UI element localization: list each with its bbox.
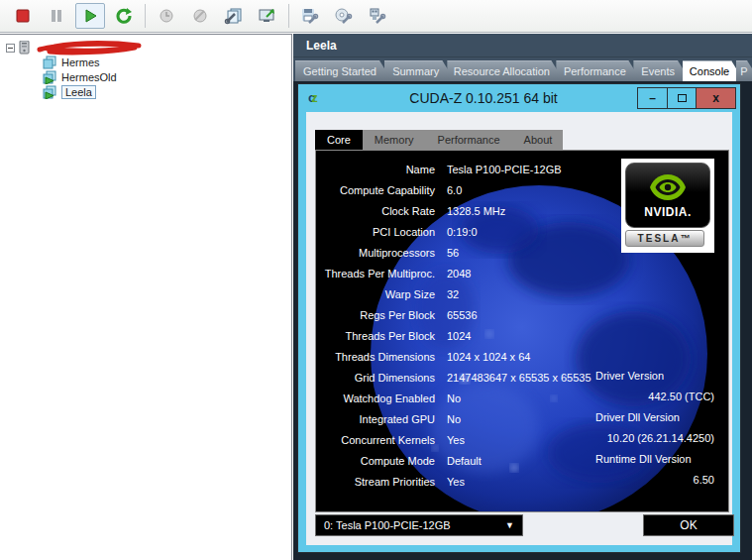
cudaz-tab-performance[interactable]: Performance (426, 130, 512, 150)
field-row: Warp Size32 (316, 283, 729, 304)
reset-button[interactable] (109, 3, 139, 29)
runtime-dll-version-value: 6.50 (694, 474, 714, 486)
field-label: PCI Location (316, 226, 435, 238)
device-select-value: 0: Tesla P100-PCIE-12GB (324, 519, 451, 531)
field-label: Watchdog Enabled (316, 392, 435, 404)
field-value: 1328.5 MHz (447, 205, 505, 217)
vm-label: Hermes (61, 56, 100, 68)
toolbar-separator (288, 4, 289, 28)
field-row: Regs Per Block65536 (316, 304, 729, 325)
collapse-icon[interactable] (6, 44, 15, 53)
snapshot-take-icon (158, 7, 175, 25)
field-row: Threads Per Block1024 (316, 325, 729, 346)
field-row: Threads Per Multiproc.2048 (316, 263, 729, 283)
cd-devices-button[interactable] (329, 3, 359, 29)
cudaz-client-area: Core Memory Performance About (306, 112, 732, 545)
stop-button[interactable] (8, 3, 38, 29)
maximize-button[interactable] (667, 88, 696, 108)
chevron-down-icon: ▼ (505, 520, 514, 530)
nvidia-eye-icon (648, 171, 688, 203)
field-value: 2048 (447, 268, 471, 280)
floppy-wrench-icon (300, 7, 320, 25)
host-icon (19, 41, 30, 55)
cd-wrench-icon (334, 7, 354, 25)
tree-item-hermesold[interactable]: HermesOld (0, 70, 291, 84)
toolbar-separator (145, 4, 146, 28)
maximize-icon (678, 94, 687, 102)
field-value: Yes (447, 434, 465, 446)
field-value: Yes (447, 476, 465, 488)
field-value: No (447, 392, 461, 404)
nvidia-tesla-logo: NVIDIA. TESLA™ (621, 159, 714, 253)
driver-version-value: 442.50 (TCC) (648, 391, 714, 402)
field-label: Clock Rate (316, 205, 435, 217)
driver-dll-version-label: Driver Dll Version (595, 411, 680, 423)
field-label: Warp Size (316, 288, 435, 300)
minimize-button[interactable]: – (638, 88, 667, 108)
vm-icon (43, 56, 57, 69)
usb-devices-button[interactable] (363, 3, 392, 29)
cudaz-app-icon: cz (308, 90, 330, 105)
snapshot-take-button[interactable] (152, 3, 181, 29)
field-label: Concurrent Kernels (316, 434, 435, 446)
field-value: 65536 (447, 309, 478, 321)
tab-getting-started[interactable]: Getting Started (295, 60, 392, 81)
field-value: No (447, 413, 461, 425)
tree-item-hermes[interactable]: Hermes (0, 56, 291, 69)
ok-button[interactable]: OK (643, 514, 734, 536)
vm-label: HermesOld (61, 71, 117, 83)
field-label: Regs Per Block (316, 309, 435, 321)
runtime-dll-version-label: Runtime Dll Version (595, 453, 692, 465)
snapshot-manager-icon (224, 7, 244, 25)
core-info-panel: NameTesla P100-PCIE-12GB Compute Capabil… (315, 150, 729, 512)
tree-item-host[interactable] (0, 41, 291, 55)
tab-events[interactable]: Events (633, 60, 691, 81)
field-label: Multiprocessors (316, 247, 435, 259)
field-value: 2147483647 x 65535 x 65535 (447, 372, 591, 384)
cudaz-tab-core[interactable]: Core (315, 130, 363, 150)
field-label: Integrated GPU (316, 413, 435, 425)
vm-running-icon (43, 70, 57, 84)
panel-tabs: Getting Started Summary Resource Allocat… (293, 57, 752, 81)
field-label: Stream Priorities (316, 476, 435, 488)
field-value: 32 (447, 288, 459, 300)
launch-console-icon (258, 7, 277, 25)
play-icon (82, 8, 98, 24)
tab-summary[interactable]: Summary (384, 60, 455, 81)
cudaz-titlebar[interactable]: cz CUDA-Z 0.10.251 64 bit – x (298, 84, 740, 111)
tab-permissions-partial[interactable]: P (736, 60, 752, 81)
tesla-product-text: TESLA™ (625, 230, 704, 247)
cudaz-tab-about[interactable]: About (512, 130, 565, 150)
field-label: Compute Mode (316, 455, 435, 467)
field-label: Threads Per Block (316, 330, 435, 342)
snapshot-revert-button[interactable] (185, 3, 215, 29)
play-button[interactable] (75, 3, 105, 29)
driver-dll-version-value: 10.20 (26.21.14.4250) (607, 432, 714, 444)
field-value: Default (447, 455, 482, 467)
driver-version-label: Driver Version (595, 370, 664, 382)
snapshot-manager-button[interactable] (219, 3, 249, 29)
cudaz-tab-memory[interactable]: Memory (363, 130, 426, 150)
tab-resource-allocation[interactable]: Resource Allocation (447, 60, 564, 81)
reset-icon (115, 7, 133, 25)
pause-button[interactable] (42, 3, 71, 29)
pause-icon (49, 8, 64, 24)
window-controls: – x (637, 87, 736, 109)
field-value: 1024 x 1024 x 64 (447, 351, 530, 363)
close-button[interactable]: x (696, 88, 735, 108)
usb-wrench-icon (368, 7, 387, 25)
floppy-devices-button[interactable] (295, 3, 325, 29)
tab-performance[interactable]: Performance (556, 60, 641, 81)
stop-icon (15, 8, 31, 24)
tree-item-leela[interactable]: Leela (0, 85, 291, 99)
launch-console-button[interactable] (253, 3, 282, 29)
field-row: Grid Dimensions2147483647 x 65535 x 6553… (316, 367, 729, 388)
field-value: 1024 (447, 330, 471, 342)
device-select-dropdown[interactable]: 0: Tesla P100-PCIE-12GB ▼ (315, 514, 523, 536)
redacted-host-name-scribble (36, 41, 147, 56)
field-label: Grid Dimensions (316, 372, 435, 384)
toolbar (0, 0, 752, 33)
inventory-tree: Hermes HermesOld Leela (0, 34, 292, 560)
tab-console[interactable]: Console (683, 60, 744, 81)
nvidia-badge: NVIDIA. (625, 163, 710, 228)
